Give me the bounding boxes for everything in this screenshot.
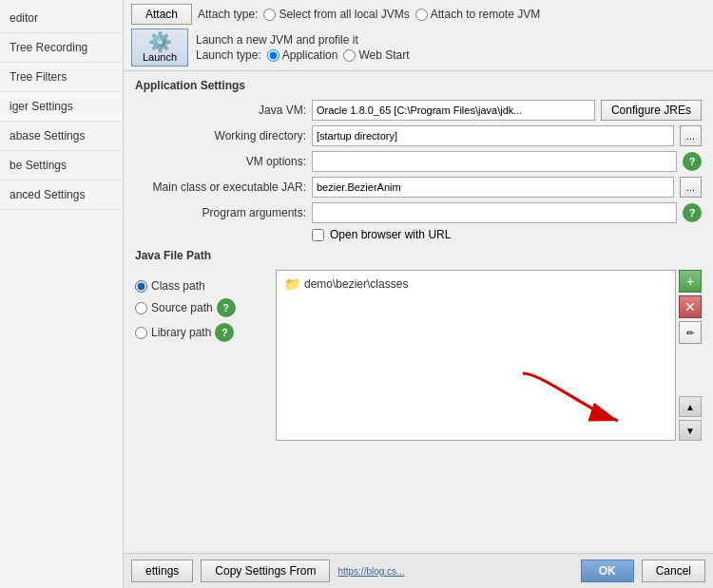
attach-row: Attach Attach type: Select from all loca… [131, 4, 705, 25]
settings-button[interactable]: ettings [131, 560, 193, 582]
open-browser-row: Open browser with URL [312, 228, 702, 241]
top-section: Attach Attach type: Select from all loca… [124, 0, 713, 71]
launch-type-label: Launch type: [196, 48, 261, 62]
attach-remote-radio-label[interactable]: Attach to remote JVM [415, 8, 540, 21]
java-vm-label: Java VM: [135, 104, 306, 117]
java-vm-row: Java VM: Configure JREs [135, 100, 702, 121]
class-path-radio[interactable] [135, 280, 147, 293]
web-start-radio-label[interactable]: Web Start [343, 48, 409, 62]
sidebar-item-editor[interactable]: editor [0, 4, 123, 33]
sidebar-item-advanced-settings[interactable]: anced Settings [0, 180, 123, 210]
configure-jres-button[interactable]: Configure JREs [601, 100, 702, 121]
vm-options-row: VM options: ? [135, 151, 702, 172]
attach-button[interactable]: Attach [131, 4, 192, 25]
cancel-button[interactable]: Cancel [642, 560, 705, 582]
edit-path-button[interactable]: ✏ [679, 321, 702, 344]
working-dir-input[interactable] [312, 125, 674, 146]
sidebar-item-label: anced Settings [10, 188, 85, 201]
sidebar-item-label: abase Settings [10, 129, 85, 142]
open-browser-checkbox[interactable] [312, 229, 324, 241]
sidebar-item-probe-settings[interactable]: be Settings [0, 151, 123, 180]
launch-type-row: Launch type: Application Web Start [196, 48, 410, 62]
working-dir-browse-button[interactable]: ... [680, 125, 702, 146]
vm-options-help-button[interactable]: ? [683, 152, 702, 171]
content-area: Application Settings Java VM: Configure … [124, 71, 713, 553]
web-start-radio[interactable] [343, 49, 356, 62]
library-path-label: Library path [151, 326, 211, 339]
sidebar-item-tree-filters[interactable]: Tree Filters [0, 63, 123, 92]
tree-item-label: demo\bezier\classes [304, 277, 408, 291]
launch-description: Launch a new JVM and profile it [196, 33, 410, 47]
library-path-radio[interactable] [135, 327, 147, 339]
launch-icon: ⚙️ [148, 32, 172, 51]
launch-button[interactable]: ⚙️ Launch [131, 28, 188, 66]
app-settings-title: Application Settings [135, 79, 702, 92]
ok-button[interactable]: OK [581, 560, 634, 582]
add-path-button[interactable]: + [679, 270, 702, 293]
attach-type-label: Attach type: [198, 8, 258, 21]
source-path-radio[interactable] [135, 302, 147, 314]
library-path-row: Library path ? [135, 323, 268, 342]
sidebar-item-label: iger Settings [10, 100, 73, 113]
class-path-row: Class path [135, 279, 268, 293]
sidebar-item-database-settings[interactable]: abase Settings [0, 122, 123, 151]
class-path-label: Class path [151, 279, 205, 293]
attach-remote-radio[interactable] [415, 9, 428, 21]
java-vm-input[interactable] [312, 100, 595, 121]
remove-path-button[interactable]: ✕ [679, 295, 702, 318]
application-radio[interactable] [267, 49, 279, 62]
source-path-help-button[interactable]: ? [217, 298, 236, 317]
main-class-browse-button[interactable]: ... [680, 177, 702, 198]
sidebar-item-trigger-settings[interactable]: iger Settings [0, 92, 123, 122]
file-path-section: Class path Source path ? Library path ? [135, 270, 702, 441]
main-class-label: Main class or executable JAR: [135, 180, 306, 194]
file-tree[interactable]: 📁 demo\bezier\classes [276, 270, 676, 441]
arrow-indicator [513, 364, 627, 430]
main-class-row: Main class or executable JAR: ... [135, 177, 702, 198]
file-path-title: Java File Path [135, 249, 702, 262]
library-path-help-button[interactable]: ? [215, 323, 234, 342]
file-tree-area: 📁 demo\bezier\classes [276, 270, 702, 441]
sidebar-item-tree-recording[interactable]: Tree Recording [0, 33, 123, 63]
sidebar-item-label: be Settings [10, 159, 67, 172]
vm-options-input[interactable] [312, 151, 677, 172]
move-down-button[interactable]: ▼ [679, 420, 702, 441]
folder-icon: 📁 [284, 276, 300, 292]
source-path-row: Source path ? [135, 298, 268, 317]
main-class-input[interactable] [312, 177, 674, 198]
tree-item[interactable]: 📁 demo\bezier\classes [280, 275, 671, 294]
sidebar: editor Tree Recording Tree Filters iger … [0, 0, 124, 588]
working-dir-label: Working directory: [135, 129, 306, 142]
vm-options-label: VM options: [135, 155, 306, 168]
sidebar-item-label: Tree Filters [10, 70, 67, 84]
program-args-row: Program arguments: ? [135, 202, 702, 223]
file-action-buttons: + ✕ ✏ ▲ ▼ [679, 270, 702, 441]
path-type-group: Class path Source path ? Library path ? [135, 270, 268, 441]
select-local-radio[interactable] [263, 9, 276, 21]
main-content: Attach Attach type: Select from all loca… [124, 0, 713, 588]
open-browser-label: Open browser with URL [330, 228, 451, 241]
program-args-help-button[interactable]: ? [683, 203, 702, 222]
program-args-input[interactable] [312, 202, 677, 223]
move-up-button[interactable]: ▲ [679, 396, 702, 417]
working-dir-row: Working directory: ... [135, 125, 702, 146]
source-path-label: Source path [151, 301, 213, 314]
bottom-bar: ettings Copy Settings From https://blog.… [124, 553, 713, 588]
copy-settings-button[interactable]: Copy Settings From [201, 560, 330, 582]
launch-section: ⚙️ Launch Launch a new JVM and profile i… [131, 28, 705, 66]
sidebar-item-label: editor [10, 11, 38, 25]
sidebar-item-label: Tree Recording [10, 41, 87, 54]
program-args-label: Program arguments: [135, 206, 306, 219]
select-local-radio-label[interactable]: Select from all local JVMs [263, 8, 409, 21]
application-radio-label[interactable]: Application [267, 48, 338, 62]
url-hint[interactable]: https://blog.cs... [337, 566, 404, 577]
